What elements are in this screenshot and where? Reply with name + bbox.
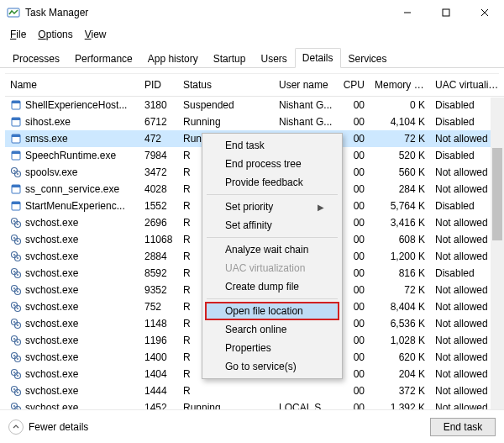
col-user[interactable]: User name (274, 74, 338, 97)
col-cpu[interactable]: CPU (338, 74, 370, 97)
cell-name: svchost.exe (5, 366, 139, 382)
svg-rect-8 (12, 118, 20, 120)
cell-pid: 4028 (139, 181, 178, 198)
col-pid[interactable]: PID (139, 74, 178, 97)
process-icon (10, 217, 22, 229)
svg-point-64 (17, 392, 18, 393)
cell-name: svchost.exe (5, 214, 139, 231)
col-status[interactable]: Status (178, 74, 274, 97)
ctx-create-dump-file[interactable]: Create dump file (205, 277, 339, 296)
process-icon (10, 200, 22, 212)
ctx-properties[interactable]: Properties (205, 339, 339, 357)
svg-point-16 (17, 173, 18, 175)
ctx-end-task[interactable]: End task (205, 136, 339, 155)
ctx-item-label: Open file location (225, 305, 303, 317)
close-button[interactable] (465, 0, 504, 25)
cell-mem: 8,404 K (370, 298, 430, 315)
ctx-uac-virtualization: UAC virtualization (205, 259, 339, 277)
cell-name: SpeechRuntime.exe (5, 147, 139, 164)
menu-options[interactable]: Options (33, 27, 77, 42)
svg-rect-18 (12, 185, 20, 187)
cell-cpu: 00 (338, 113, 370, 130)
ctx-analyze-wait-chain[interactable]: Analyze wait chain (205, 240, 339, 259)
cell-name: svchost.exe (5, 315, 139, 332)
footer: Fewer details End task (0, 409, 504, 443)
ctx-go-to-service-s-[interactable]: Go to service(s) (205, 357, 339, 376)
cell-mem: 284 K (370, 181, 430, 198)
col-name[interactable]: Name (5, 74, 139, 97)
svg-point-24 (17, 224, 18, 225)
table-row[interactable]: svchost.exe1444R00372 KNot allowed (5, 382, 504, 399)
tab-startup[interactable]: Startup (206, 49, 254, 68)
ctx-set-priority[interactable]: Set priority▶ (205, 198, 339, 216)
svg-point-67 (13, 405, 15, 407)
tab-processes[interactable]: Processes (5, 49, 67, 68)
cell-mem: 608 K (370, 231, 430, 248)
svg-point-15 (13, 170, 15, 171)
svg-point-59 (13, 372, 15, 373)
svg-point-47 (13, 321, 15, 323)
cell-mem: 372 K (370, 382, 430, 399)
process-icon (10, 335, 22, 346)
cell-user: Nishant G... (274, 113, 338, 130)
cell-mem: 1,028 K (370, 332, 430, 349)
tab-details[interactable]: Details (295, 48, 341, 68)
maximize-button[interactable] (427, 0, 465, 25)
col-uac[interactable]: UAC virtualizat... (430, 74, 504, 97)
ctx-item-label: Analyze wait chain (225, 244, 308, 256)
cell-name: spoolsv.exe (5, 164, 139, 181)
cell-pid: 6712 (139, 113, 178, 130)
ctx-set-affinity[interactable]: Set affinity (205, 216, 339, 235)
table-row[interactable]: sihost.exe6712RunningNishant G...004,104… (5, 113, 504, 130)
menu-view[interactable]: View (80, 27, 112, 42)
cell-mem: 5,764 K (370, 198, 430, 214)
cell-pid: 3180 (139, 97, 178, 113)
ctx-search-online[interactable]: Search online (205, 320, 339, 339)
cell-status: R (178, 382, 274, 399)
cell-cpu: 00 (338, 382, 370, 399)
scrollbar-thumb[interactable] (492, 148, 502, 240)
cell-pid: 3472 (139, 164, 178, 181)
task-manager-icon (7, 6, 20, 19)
cell-name: ss_conn_service.exe (5, 181, 139, 198)
svg-point-43 (13, 304, 15, 306)
svg-point-27 (13, 237, 15, 239)
menu-separator (207, 194, 338, 195)
ctx-item-label: Properties (225, 342, 271, 354)
ctx-item-label: Provide feedback (225, 177, 303, 188)
cell-pid: 472 (139, 130, 178, 147)
table-row[interactable]: ShellExperienceHost...3180SuspendedNisha… (5, 97, 504, 113)
process-icon (10, 166, 22, 178)
ctx-open-file-location[interactable]: Open file location (205, 302, 339, 320)
cell-mem: 6,536 K (370, 315, 430, 332)
cell-mem: 204 K (370, 366, 430, 382)
vertical-scrollbar[interactable] (491, 98, 504, 443)
ctx-item-label: Go to service(s) (225, 361, 297, 372)
ctx-end-process-tree[interactable]: End process tree (205, 155, 339, 173)
svg-rect-6 (12, 101, 20, 103)
titlebar: Task Manager (0, 0, 504, 25)
tab-app-history[interactable]: App history (140, 49, 206, 68)
cell-name: smss.exe (5, 130, 139, 147)
ctx-item-label: End task (225, 140, 265, 151)
tab-performance[interactable]: Performance (67, 49, 140, 68)
cell-mem: 520 K (370, 147, 430, 164)
svg-rect-20 (12, 202, 20, 204)
menu-file[interactable]: File (5, 27, 31, 42)
tab-users[interactable]: Users (253, 49, 294, 68)
cell-status: Running (178, 113, 274, 130)
ctx-item-label: UAC virtualization (225, 262, 305, 274)
tab-services[interactable]: Services (341, 49, 395, 68)
fewer-details-label: Fewer details (29, 421, 88, 433)
cell-mem: 620 K (370, 349, 430, 366)
process-icon (10, 251, 22, 262)
col-mem[interactable]: Memory (a... (370, 74, 430, 97)
fewer-details-toggle[interactable]: Fewer details (8, 419, 88, 435)
process-icon (10, 385, 22, 397)
end-task-button[interactable]: End task (430, 418, 496, 436)
process-icon (10, 183, 22, 195)
ctx-provide-feedback[interactable]: Provide feedback (205, 173, 339, 192)
minimize-button[interactable] (388, 0, 427, 25)
cell-mem: 4,104 K (370, 113, 430, 130)
svg-point-48 (17, 324, 18, 326)
